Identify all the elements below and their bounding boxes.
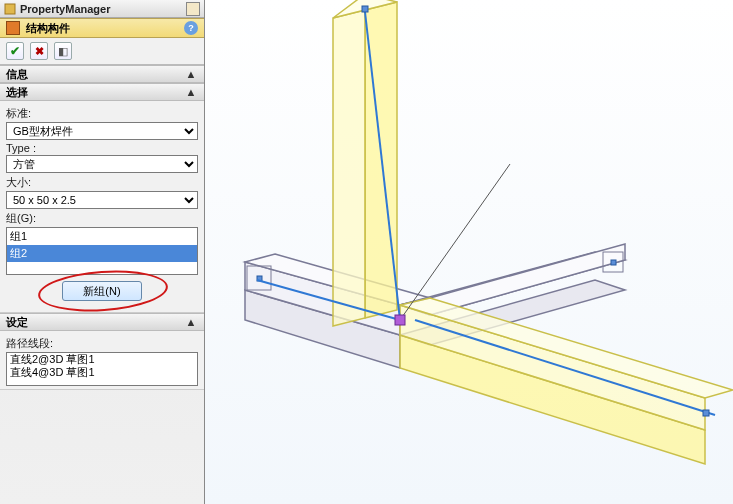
path-listbox[interactable]: 直线2@3D 草图1 直线4@3D 草图1 bbox=[6, 352, 198, 386]
type-label: Type : bbox=[6, 142, 198, 154]
check-icon: ✔ bbox=[10, 44, 20, 58]
info-section-header[interactable]: 信息 ▲ bbox=[0, 65, 204, 83]
size-label: 大小: bbox=[6, 175, 198, 190]
pin-button[interactable]: ◧ bbox=[54, 42, 72, 60]
origin-handle[interactable] bbox=[395, 315, 405, 325]
group-label: 组(G): bbox=[6, 211, 198, 226]
svg-marker-13 bbox=[333, 10, 365, 326]
chevron-up-icon: ▲ bbox=[184, 86, 198, 98]
graphics-viewport[interactable] bbox=[205, 0, 733, 504]
ok-button[interactable]: ✔ bbox=[6, 42, 24, 60]
endpoint-handle[interactable] bbox=[703, 410, 709, 416]
svg-rect-0 bbox=[5, 4, 15, 14]
settings-section-body: 路径线段: 直线2@3D 草图1 直线4@3D 草图1 bbox=[0, 331, 204, 390]
panel-titlebar: PropertyManager bbox=[0, 0, 204, 18]
list-item[interactable]: 直线2@3D 草图1 bbox=[7, 353, 197, 366]
feature-title: 结构构件 bbox=[26, 21, 178, 36]
chevron-up-icon: ▲ bbox=[184, 68, 198, 80]
cross-icon: ✖ bbox=[35, 45, 44, 58]
standard-combo[interactable]: GB型材焊件 bbox=[6, 122, 198, 140]
select-section-title: 选择 bbox=[6, 85, 184, 100]
endpoint-handle[interactable] bbox=[611, 260, 616, 265]
feature-header: 结构构件 ? bbox=[0, 18, 204, 38]
endpoint-handle[interactable] bbox=[362, 6, 368, 12]
app-root: PropertyManager 结构构件 ? ✔ ✖ ◧ 信息 ▲ 选择 ▲ 标… bbox=[0, 0, 733, 504]
structural-member-icon bbox=[6, 21, 20, 35]
panel-title: PropertyManager bbox=[20, 3, 182, 15]
select-section-header[interactable]: 选择 ▲ bbox=[0, 83, 204, 101]
new-group-row: 新组(N) bbox=[6, 275, 198, 309]
property-manager-panel: PropertyManager 结构构件 ? ✔ ✖ ◧ 信息 ▲ 选择 ▲ 标… bbox=[0, 0, 205, 504]
list-item[interactable]: 组2 bbox=[7, 245, 197, 262]
size-combo[interactable]: 50 x 50 x 2.5 bbox=[6, 191, 198, 209]
standard-label: 标准: bbox=[6, 106, 198, 121]
confirm-row: ✔ ✖ ◧ bbox=[0, 38, 204, 65]
select-section-body: 标准: GB型材焊件 Type : 方管 大小: 50 x 50 x 2.5 组… bbox=[0, 101, 204, 313]
new-group-button[interactable]: 新组(N) bbox=[62, 281, 142, 301]
list-item[interactable]: 直线4@3D 草图1 bbox=[7, 366, 197, 379]
info-section-title: 信息 bbox=[6, 67, 184, 82]
pushpin-icon: ◧ bbox=[58, 45, 68, 58]
tab-feature-icon bbox=[4, 3, 16, 15]
cancel-button[interactable]: ✖ bbox=[30, 42, 48, 60]
tube-vertical bbox=[333, 0, 400, 326]
settings-section-header[interactable]: 设定 ▲ bbox=[0, 313, 204, 331]
list-item[interactable]: 组1 bbox=[7, 228, 197, 245]
type-combo[interactable]: 方管 bbox=[6, 155, 198, 173]
settings-section-title: 设定 bbox=[6, 315, 184, 330]
tube-diagonal bbox=[400, 298, 733, 464]
group-listbox[interactable]: 组1 组2 bbox=[6, 227, 198, 275]
path-segments-label: 路径线段: bbox=[6, 336, 198, 351]
help-icon[interactable]: ? bbox=[184, 21, 198, 35]
chevron-up-icon: ▲ bbox=[184, 316, 198, 328]
panel-pin-icon[interactable] bbox=[186, 2, 200, 16]
